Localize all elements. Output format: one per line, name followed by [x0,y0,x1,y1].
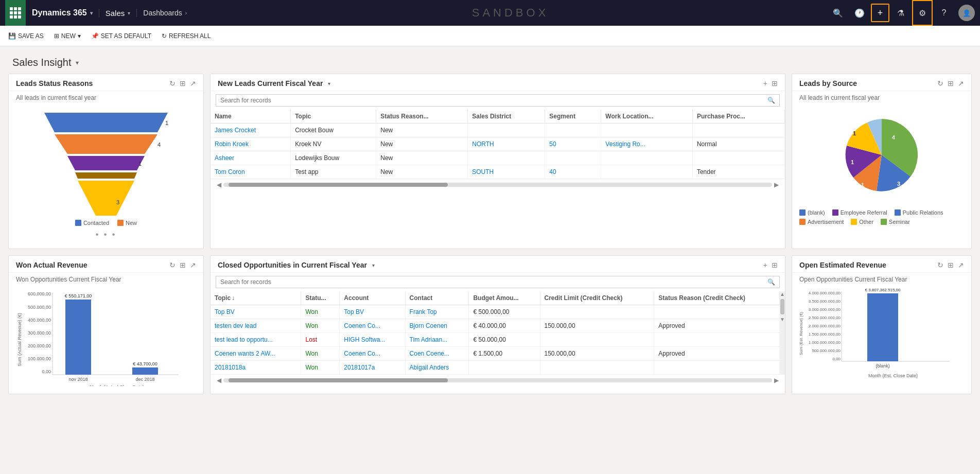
location-link[interactable]: Vestiging Ro... [605,141,645,148]
won-revenue-chart: 600.000,00 500.000,00 400.000,00 300.000… [9,285,203,391]
svg-text:400.000,00: 400.000,00 [28,318,51,323]
opp-topic-link[interactable]: test lead to opportu... [215,336,273,343]
bar-dec[interactable] [132,367,158,375]
or-refresh-icon[interactable]: ↻ [937,261,943,269]
set-default-button[interactable]: 📌 SET AS DEFAULT [91,32,151,40]
search-nav-button[interactable]: 🔍 [828,0,848,26]
avatar[interactable]: 👤 [958,5,975,21]
opp-account-link[interactable]: HIGH Softwa... [344,336,385,343]
add-button[interactable]: + [871,4,889,22]
lbs-table-icon[interactable]: ⊞ [948,79,954,87]
opp-contact-link[interactable]: Abigail Anders [410,364,449,371]
co-scroll-left-icon[interactable]: ◀ [215,377,223,384]
bar-blank[interactable] [867,293,898,361]
svg-text:€ 550.171,00: € 550.171,00 [65,293,92,299]
svg-text:300.000,00: 300.000,00 [28,330,51,336]
new-leads-dropdown-icon[interactable]: ▾ [328,81,330,86]
segment-link[interactable]: 50 [549,141,556,148]
segment-link[interactable]: 40 [549,168,556,175]
new-button[interactable]: ⊞ NEW ▾ [54,32,81,40]
closed-opps-scroll: ◀ ▶ [211,375,785,386]
col-status-reason: Status Reason... [376,110,468,124]
refresh-card-icon[interactable]: ↻ [169,79,176,87]
svg-marker-4 [67,156,145,170]
pin-icon: 📌 [91,32,99,40]
svg-text:€ 3.807.362.515,00: € 3.807.362.515,00 [865,288,901,292]
expand-icon[interactable]: ↗ [190,79,196,87]
opp-contact-link[interactable]: Tim Adriaan... [410,336,448,343]
vertical-scrollbar[interactable]: ▲ ▼ [780,291,785,375]
opp-topic-link[interactable]: testen dev lead [215,322,256,329]
opp-account-link[interactable]: 20181017a [344,364,375,371]
svg-text:1: 1 [851,159,854,165]
svg-text:1.500.000.000,00: 1.500.000.000,00 [809,332,841,337]
co-grid-icon[interactable]: ⊞ [772,261,778,269]
opp-account-link[interactable]: Coenen Co... [344,350,380,357]
app-name[interactable]: Dynamics 365 ▾ [26,8,99,17]
svg-marker-2 [55,134,157,154]
opp-contact-link[interactable]: Bjorn Coenen [410,322,447,329]
district-link[interactable]: NORTH [472,141,494,148]
settings-button[interactable]: ⚙ [912,0,933,26]
or-expand-icon[interactable]: ↗ [958,261,964,269]
lead-name-link[interactable]: Tom Coron [215,168,245,175]
district-link[interactable]: SOUTH [472,168,494,175]
closed-opps-search-input[interactable] [216,276,763,288]
scroll-up-icon[interactable]: ▲ [780,291,785,297]
svg-text:Month (Actual Close Date): Month (Actual Close Date) [90,384,144,386]
page-title-chevron-icon[interactable]: ▾ [76,59,79,66]
lead-name-link[interactable]: Robin Kroek [215,141,249,148]
new-leads-search-input[interactable] [216,95,763,106]
new-leads-grid-icon[interactable]: ⊞ [772,79,778,87]
new-leads-title: New Leads Current Fiscal Year [218,79,323,87]
new-leads-table: Name Topic Status Reason... Sales Distri… [211,110,785,179]
wr-refresh-icon[interactable]: ↻ [169,261,176,269]
new-leads-header-row: Name Topic Status Reason... Sales Distri… [211,110,785,124]
waffle-menu[interactable] [5,0,26,26]
open-revenue-subtitle: Open Opportunities Current Fiscal Year [792,273,971,285]
opp-topic-link[interactable]: Coenen wants 2 AW... [215,350,275,357]
co-scroll-track[interactable] [223,378,772,382]
new-leads-add-icon[interactable]: + [763,79,767,87]
co-scroll-right-icon[interactable]: ▶ [772,377,781,384]
filter-button[interactable]: ⚗ [890,0,911,26]
scroll-right-icon[interactable]: ▶ [772,181,781,188]
help-button[interactable]: ? [934,0,954,26]
svg-text:2.000.000.000,00: 2.000.000.000,00 [809,324,841,328]
pie-chart-svg: 4 3 1 1 1 [830,109,933,201]
scroll-down-icon[interactable]: ▼ [780,317,785,322]
col-name: Name [211,110,291,124]
table-row: testen dev lead Won Coenen Co... Bjorn C… [211,319,780,333]
new-dropdown-icon: ▾ [78,32,81,40]
table-view-icon[interactable]: ⊞ [180,79,186,87]
col-topic[interactable]: Topic ↓ [211,291,301,305]
opp-contact-link[interactable]: Coen Coene... [410,350,449,357]
scroll-left-icon[interactable]: ◀ [215,181,223,188]
opp-topic-link[interactable]: Top BV [215,308,235,315]
svg-text:(blank): (blank) [876,363,890,368]
opp-account-link[interactable]: Coenen Co... [344,322,380,329]
module-name[interactable]: Sales ▾ [99,9,137,17]
opp-topic-link[interactable]: 20181018a [215,364,246,371]
lead-name-link[interactable]: James Crocket [215,127,256,134]
opp-contact-link[interactable]: Frank Top [410,308,437,315]
scroll-track[interactable] [223,183,772,187]
wr-table-icon[interactable]: ⊞ [180,261,186,269]
or-table-icon[interactable]: ⊞ [948,261,954,269]
history-button[interactable]: 🕐 [849,0,870,26]
wr-expand-icon[interactable]: ↗ [190,261,196,269]
lbs-refresh-icon[interactable]: ↻ [937,79,943,87]
save-as-button[interactable]: 💾 SAVE AS [8,32,44,40]
breadcrumb[interactable]: Dashboards › [136,9,193,17]
page-header: Sales Insight ▾ [0,46,980,74]
refresh-button[interactable]: ↻ REFRESH ALL [162,32,211,40]
closed-opps-dropdown-icon[interactable]: ▾ [372,262,375,268]
lead-name-link[interactable]: Asheer [215,154,234,162]
co-add-icon[interactable]: + [763,261,767,269]
legend-seminar: Seminar [881,219,910,225]
leads-status-title: Leads Status Reasons [16,79,93,87]
open-revenue-card: Open Estimated Revenue ↻ ⊞ ↗ Open Opport… [792,255,972,394]
lbs-expand-icon[interactable]: ↗ [958,79,964,87]
bar-nov[interactable] [65,300,91,375]
opp-account-link[interactable]: Top BV [344,308,364,315]
